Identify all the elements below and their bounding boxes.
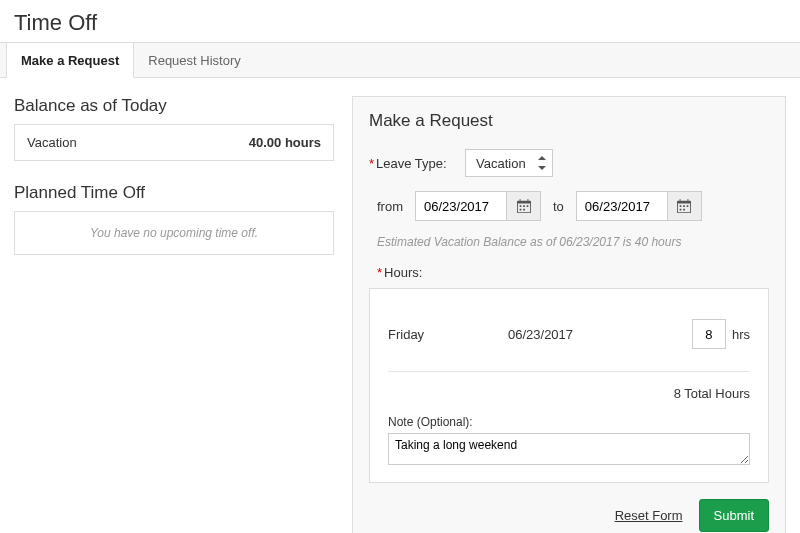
- entry-hours-input[interactable]: [692, 319, 726, 349]
- total-hours: 8 Total Hours: [388, 382, 750, 415]
- from-label: from: [377, 199, 403, 214]
- note-label: Note (Optional):: [388, 415, 750, 429]
- hours-label: *Hours:: [377, 265, 769, 280]
- hours-entry-row: Friday 06/23/2017 hrs: [388, 309, 750, 367]
- calendar-icon: [517, 199, 531, 213]
- hours-box: Friday 06/23/2017 hrs 8 Total Hours Note…: [369, 288, 769, 483]
- entry-day: Friday: [388, 327, 508, 342]
- balance-type: Vacation: [27, 135, 77, 150]
- leave-type-value: Vacation: [476, 156, 526, 171]
- estimate-text: Estimated Vacation Balance as of 06/23/2…: [377, 235, 769, 249]
- divider: [388, 371, 750, 372]
- from-date-input[interactable]: [415, 191, 507, 221]
- tab-request-history[interactable]: Request History: [134, 43, 254, 77]
- planned-heading: Planned Time Off: [14, 183, 334, 203]
- select-arrows-icon: [538, 156, 546, 170]
- form-title: Make a Request: [369, 111, 769, 131]
- submit-button[interactable]: Submit: [699, 499, 769, 532]
- note-textarea[interactable]: [388, 433, 750, 465]
- balance-heading: Balance as of Today: [14, 96, 334, 116]
- planned-empty-message: You have no upcoming time off.: [14, 211, 334, 255]
- leave-type-select[interactable]: Vacation: [465, 149, 553, 177]
- leave-type-label: *Leave Type:: [369, 156, 447, 171]
- tab-make-request[interactable]: Make a Request: [6, 43, 134, 78]
- to-date-input[interactable]: [576, 191, 668, 221]
- request-form-panel: Make a Request *Leave Type: Vacation fro…: [352, 96, 786, 533]
- calendar-icon: [677, 199, 691, 213]
- balance-value: 40.00 hours: [249, 135, 321, 150]
- page-title: Time Off: [0, 0, 800, 42]
- to-label: to: [553, 199, 564, 214]
- entry-date: 06/23/2017: [508, 327, 692, 342]
- reset-form-link[interactable]: Reset Form: [615, 508, 683, 523]
- from-date-picker-button[interactable]: [507, 191, 541, 221]
- balance-row: Vacation 40.00 hours: [14, 124, 334, 161]
- to-date-picker-button[interactable]: [668, 191, 702, 221]
- tab-bar: Make a Request Request History: [0, 42, 800, 78]
- entry-hours-suffix: hrs: [732, 327, 750, 342]
